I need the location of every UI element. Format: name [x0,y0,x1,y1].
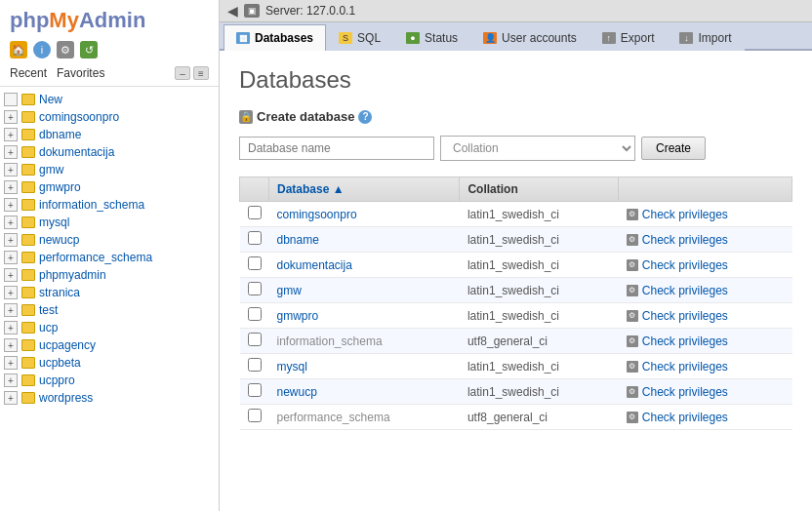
db-name-link[interactable]: newucp [277,385,317,399]
sidebar-db-link[interactable]: ucpbeta [39,356,81,370]
row-checkbox[interactable] [248,307,262,321]
sidebar-item-test[interactable]: + test [0,301,219,319]
sidebar-db-link[interactable]: gmwpro [39,180,81,194]
server-icon: ▣ [244,4,260,18]
sidebar-item-ucpbeta[interactable]: + ucpbeta [0,354,219,372]
sidebar-item-new[interactable]: New [0,91,219,108]
sidebar-item-stranica[interactable]: + stranica [0,284,219,301]
db-name-link[interactable]: gmwpro [277,309,319,323]
db-name-input[interactable] [239,137,434,160]
check-privileges-link[interactable]: ⚙ Check privileges [627,309,785,323]
row-checkbox[interactable] [248,256,262,270]
sidebar-item-newucp[interactable]: + newucp [0,231,219,249]
favorites-link[interactable]: Favorites [57,66,104,80]
sidebar-db-link[interactable]: phpmyadmin [39,268,106,282]
sidebar-db-link[interactable]: gmw [39,163,63,177]
tab-status[interactable]: ● Status [393,24,470,51]
row-checkbox[interactable] [248,358,262,372]
sidebar-item-wordpress[interactable]: + wordpress [0,389,219,407]
tab-export[interactable]: ↑ Export [589,24,668,51]
sidebar-db-link[interactable]: dokumentacija [39,145,114,159]
lock-icon: 🔒 [239,110,253,124]
refresh-icon[interactable]: ↺ [80,41,98,59]
sidebar-item-mysql[interactable]: + mysql [0,214,219,231]
check-privileges-link[interactable]: ⚙ Check privileges [627,258,785,272]
expand-icon: + [4,286,18,299]
privileges-cell: ⚙ Check privileges [619,405,792,430]
collation-select[interactable]: Collation [440,136,635,161]
check-privileges-link[interactable]: ⚙ Check privileges [627,208,785,221]
home-icon[interactable]: 🏠 [10,41,27,59]
db-name-link[interactable]: dbname [277,233,319,247]
sidebar-db-link[interactable]: ucpagency [39,338,96,352]
db-icon [21,322,35,334]
sidebar-item-ucppro[interactable]: + ucppro [0,372,219,389]
row-checkbox[interactable] [248,409,262,422]
priv-icon: ⚙ [627,335,638,347]
check-privileges-link[interactable]: ⚙ Check privileges [627,284,785,297]
check-privileges-link[interactable]: ⚙ Check privileges [627,360,785,373]
create-button[interactable]: Create [641,137,706,160]
tab-user-accounts[interactable]: 👤 User accounts [470,24,589,51]
sidebar-db-link[interactable]: dbname [39,128,81,141]
sidebar-item-gmwpro[interactable]: + gmwpro [0,178,219,196]
db-name-link[interactable]: mysql [277,360,307,373]
db-name-link[interactable]: comingsoonpro [277,208,357,221]
row-checkbox[interactable] [248,333,262,346]
sidebar-item-ucpagency[interactable]: + ucpagency [0,336,219,354]
priv-icon: ⚙ [627,310,638,322]
db-name-link[interactable]: gmw [277,284,302,297]
sidebar-db-link[interactable]: test [39,303,58,317]
sidebar-item-gmw[interactable]: + gmw [0,161,219,178]
sidebar-item-dokumentacija[interactable]: + dokumentacija [0,143,219,161]
tab-sql[interactable]: S SQL [326,24,393,51]
sidebar-item-ucp[interactable]: + ucp [0,319,219,336]
db-icon [21,181,35,193]
sidebar-db-link[interactable]: ucppro [39,373,75,387]
db-name-cell: performance_schema [269,405,460,430]
sidebar-item-performance_schema[interactable]: + performance_schema [0,249,219,266]
sidebar-new-link[interactable]: New [39,93,62,106]
back-button[interactable]: ◀ [227,3,238,19]
collapse-btn[interactable]: – [175,66,190,80]
expand-icon: + [4,373,18,387]
help-icon[interactable]: ? [358,110,372,124]
sidebar-db-link[interactable]: stranica [39,286,80,299]
collation-cell: latin1_swedish_ci [460,354,619,379]
check-privileges-link[interactable]: ⚙ Check privileges [627,233,785,247]
check-privileges-link[interactable]: ⚙ Check privileges [627,385,785,399]
sidebar-db-link[interactable]: newucp [39,233,79,247]
row-checkbox[interactable] [248,206,262,219]
sidebar-item-information_schema[interactable]: + information_schema [0,196,219,214]
expand-btn[interactable]: ≡ [193,66,209,80]
sidebar-db-link[interactable]: mysql [39,216,69,229]
db-name-link[interactable]: information_schema [277,334,383,348]
sidebar-db-link[interactable]: comingsoonpro [39,110,119,124]
sidebar-db-link[interactable]: wordpress [39,391,93,405]
sidebar-db-link[interactable]: performance_schema [39,251,152,264]
db-name-link[interactable]: performance_schema [277,411,390,424]
recent-link[interactable]: Recent [10,66,47,80]
check-privileges-link[interactable]: ⚙ Check privileges [627,334,785,348]
sidebar-db-link[interactable]: information_schema [39,198,144,212]
tab-import[interactable]: ↓ Import [667,24,744,51]
sidebar-item-dbname[interactable]: + dbname [0,126,219,143]
info-icon[interactable]: i [33,41,51,59]
tab-databases[interactable]: ▦ Databases [223,24,326,51]
database-col-header[interactable]: Database ▲ [269,177,460,202]
sidebar-item-comingsoonpro[interactable]: + comingsoonpro [0,108,219,126]
db-name-link[interactable]: dokumentacija [277,258,352,272]
db-icon [21,339,35,351]
row-checkbox[interactable] [248,231,262,245]
database-sort-link[interactable]: Database ▲ [277,182,345,196]
row-checkbox[interactable] [248,383,262,397]
check-privileges-link[interactable]: ⚙ Check privileges [627,411,785,424]
expand-icon: + [4,216,18,229]
tab-sql-label: SQL [357,31,381,45]
db-name-cell: newucp [269,379,460,405]
settings-icon[interactable]: ⚙ [57,41,74,59]
sidebar-item-phpmyadmin[interactable]: + phpmyadmin [0,266,219,284]
row-checkbox[interactable] [248,282,262,295]
db-icon [21,269,35,281]
sidebar-db-link[interactable]: ucp [39,321,58,334]
